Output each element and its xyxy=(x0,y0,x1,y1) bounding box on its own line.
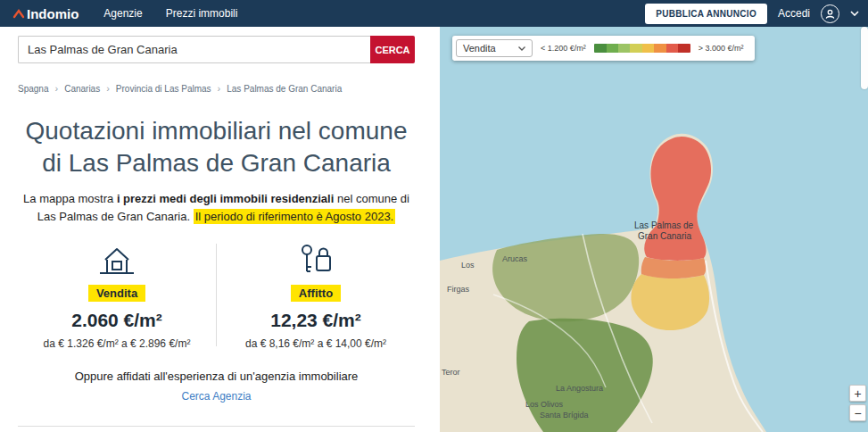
page: Indomio Agenzie Prezzi immobili PUBBLICA… xyxy=(0,0,868,432)
sale-price: 2.060 €/m² xyxy=(71,310,162,331)
breadcrumb-separator-icon: › xyxy=(106,83,110,94)
quotes-panel: CERCA Spagna › Canarias › Provincia di L… xyxy=(0,27,440,432)
map-label-santa-brigida: Santa Brígida xyxy=(540,411,589,420)
legend-min-label: < 1.200 €/m² xyxy=(541,44,586,53)
intro-bold: i prezzi medi degli immobili residenzial… xyxy=(117,192,334,205)
legend-gradient-bar xyxy=(594,44,690,53)
price-stats: Vendita 2.060 €/m² da € 1.326 €/m² a € 2… xyxy=(18,240,415,350)
breadcrumb-spagna[interactable]: Spagna xyxy=(18,84,48,94)
logo-roof-icon xyxy=(12,8,27,19)
breadcrumb-separator-icon: › xyxy=(218,83,221,94)
breadcrumb-current: Las Palmas de Gran Canaria xyxy=(227,84,342,94)
chevron-down-icon[interactable] xyxy=(850,11,859,16)
price-type-select[interactable]: Vendita xyxy=(456,39,533,57)
publish-listing-button[interactable]: PUBBLICA ANNUNCIO xyxy=(645,4,767,24)
rent-label: Affitto xyxy=(291,285,341,302)
house-icon xyxy=(96,240,137,278)
price-type-value: Vendita xyxy=(463,43,496,54)
map-label-los: Los xyxy=(461,261,475,270)
map-label-firgas: Firgas xyxy=(447,285,470,294)
breadcrumb-canarias[interactable]: Canarias xyxy=(64,84,100,94)
zoom-out-button[interactable]: − xyxy=(849,404,866,421)
sale-label: Vendita xyxy=(88,285,145,302)
rent-range: da € 8,16 €/m² a € 14,00 €/m² xyxy=(245,337,386,350)
map-label-city-line2: Gran Canaria xyxy=(638,231,691,241)
divider xyxy=(18,426,415,427)
map-filter-bar: Vendita < 1.200 €/m² > 3.000 €/m² xyxy=(452,36,755,61)
breadcrumb-separator-icon: › xyxy=(54,83,58,94)
page-title: Quotazioni immobiliari nel comune di Las… xyxy=(18,115,415,179)
main-nav: Agenzie Prezzi immobili xyxy=(103,7,237,20)
search-button[interactable]: CERCA xyxy=(370,36,415,63)
login-link[interactable]: Accedi xyxy=(778,7,810,20)
logo-text: Indomio xyxy=(27,6,79,21)
intro-part-1: La mappa mostra xyxy=(23,192,117,205)
sale-range: da € 1.326 €/m² a € 2.896 €/m² xyxy=(44,337,191,350)
intro-highlight: Il periodo di riferimento è Agosto 2023. xyxy=(194,209,396,224)
sale-stat: Vendita 2.060 €/m² da € 1.326 €/m² a € 2… xyxy=(18,240,216,350)
map-label-teror: Teror xyxy=(442,368,460,377)
rent-price: 12,23 €/m² xyxy=(270,310,361,331)
agency-text: Oppure affidati all'esperienza di un'age… xyxy=(18,370,415,383)
zoom-in-button[interactable]: + xyxy=(849,385,866,402)
breadcrumb: Spagna › Canarias › Provincia di Las Pal… xyxy=(18,83,415,94)
breadcrumb-provincia[interactable]: Provincia di Las Palmas xyxy=(116,84,211,94)
nav-item-prezzi-immobili[interactable]: Prezzi immobili xyxy=(166,7,238,20)
chevron-down-icon xyxy=(518,46,525,51)
map-zoom-controls: + − xyxy=(849,385,866,421)
map-svg[interactable]: Las Palmas de Gran Canaria Arucas Los Fi… xyxy=(440,27,868,432)
search-input[interactable] xyxy=(18,36,370,63)
map-label-arucas: Arucas xyxy=(502,254,528,263)
search-bar: CERCA xyxy=(18,36,415,63)
rent-stat: Affitto 12,23 €/m² da € 8,16 €/m² a € 14… xyxy=(217,240,415,350)
map-label-los-olivos: Los Olivos xyxy=(525,400,564,409)
agency-search-link[interactable]: Cerca Agenzia xyxy=(18,390,415,403)
header: Indomio Agenzie Prezzi immobili PUBBLICA… xyxy=(0,0,868,27)
key-icon xyxy=(297,240,335,278)
avatar-icon[interactable] xyxy=(821,4,839,23)
map-panel: Las Palmas de Gran Canaria Arucas Los Fi… xyxy=(440,27,868,432)
scrollbar-thumb[interactable] xyxy=(861,27,868,89)
nav-item-agenzie[interactable]: Agenzie xyxy=(103,7,142,20)
map-label-la-angostura: La Angostura xyxy=(556,384,603,393)
map-label-city-line1: Las Palmas de xyxy=(634,220,694,230)
legend-max-label: > 3.000 €/m² xyxy=(699,44,744,53)
logo[interactable]: Indomio xyxy=(12,6,79,21)
intro-text: La mappa mostra i prezzi medi degli immo… xyxy=(18,190,415,226)
